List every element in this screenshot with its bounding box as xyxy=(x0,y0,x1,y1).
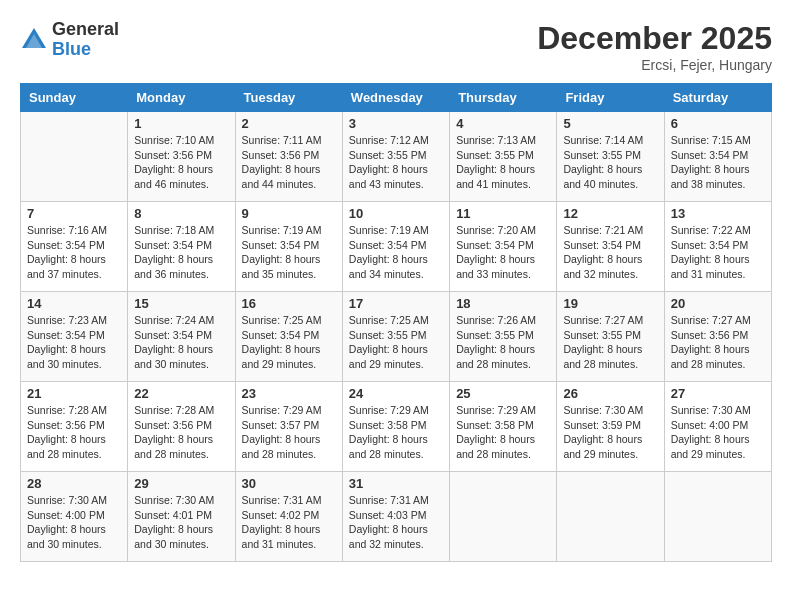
weekday-header: Thursday xyxy=(450,84,557,112)
day-info: Sunrise: 7:11 AM Sunset: 3:56 PM Dayligh… xyxy=(242,133,336,192)
day-info: Sunrise: 7:30 AM Sunset: 4:00 PM Dayligh… xyxy=(671,403,765,462)
calendar-cell: 21Sunrise: 7:28 AM Sunset: 3:56 PM Dayli… xyxy=(21,382,128,472)
day-number: 7 xyxy=(27,206,121,221)
day-number: 21 xyxy=(27,386,121,401)
day-number: 25 xyxy=(456,386,550,401)
weekday-header: Monday xyxy=(128,84,235,112)
day-number: 2 xyxy=(242,116,336,131)
calendar-cell: 25Sunrise: 7:29 AM Sunset: 3:58 PM Dayli… xyxy=(450,382,557,472)
calendar-week-row: 7Sunrise: 7:16 AM Sunset: 3:54 PM Daylig… xyxy=(21,202,772,292)
day-info: Sunrise: 7:19 AM Sunset: 3:54 PM Dayligh… xyxy=(349,223,443,282)
calendar-cell: 6Sunrise: 7:15 AM Sunset: 3:54 PM Daylig… xyxy=(664,112,771,202)
day-info: Sunrise: 7:25 AM Sunset: 3:54 PM Dayligh… xyxy=(242,313,336,372)
calendar-week-row: 21Sunrise: 7:28 AM Sunset: 3:56 PM Dayli… xyxy=(21,382,772,472)
calendar-cell: 5Sunrise: 7:14 AM Sunset: 3:55 PM Daylig… xyxy=(557,112,664,202)
logo-blue: Blue xyxy=(52,40,119,60)
day-info: Sunrise: 7:25 AM Sunset: 3:55 PM Dayligh… xyxy=(349,313,443,372)
day-info: Sunrise: 7:29 AM Sunset: 3:57 PM Dayligh… xyxy=(242,403,336,462)
weekday-header: Tuesday xyxy=(235,84,342,112)
calendar-cell: 2Sunrise: 7:11 AM Sunset: 3:56 PM Daylig… xyxy=(235,112,342,202)
day-info: Sunrise: 7:27 AM Sunset: 3:56 PM Dayligh… xyxy=(671,313,765,372)
calendar-cell: 29Sunrise: 7:30 AM Sunset: 4:01 PM Dayli… xyxy=(128,472,235,562)
day-info: Sunrise: 7:29 AM Sunset: 3:58 PM Dayligh… xyxy=(456,403,550,462)
calendar-cell: 13Sunrise: 7:22 AM Sunset: 3:54 PM Dayli… xyxy=(664,202,771,292)
calendar-cell: 3Sunrise: 7:12 AM Sunset: 3:55 PM Daylig… xyxy=(342,112,449,202)
day-info: Sunrise: 7:23 AM Sunset: 3:54 PM Dayligh… xyxy=(27,313,121,372)
calendar-cell: 27Sunrise: 7:30 AM Sunset: 4:00 PM Dayli… xyxy=(664,382,771,472)
calendar-cell xyxy=(21,112,128,202)
day-number: 12 xyxy=(563,206,657,221)
calendar-cell: 12Sunrise: 7:21 AM Sunset: 3:54 PM Dayli… xyxy=(557,202,664,292)
title-block: December 2025 Ercsi, Fejer, Hungary xyxy=(537,20,772,73)
calendar-cell: 7Sunrise: 7:16 AM Sunset: 3:54 PM Daylig… xyxy=(21,202,128,292)
day-info: Sunrise: 7:16 AM Sunset: 3:54 PM Dayligh… xyxy=(27,223,121,282)
day-number: 11 xyxy=(456,206,550,221)
day-number: 16 xyxy=(242,296,336,311)
calendar-cell: 16Sunrise: 7:25 AM Sunset: 3:54 PM Dayli… xyxy=(235,292,342,382)
weekday-header: Saturday xyxy=(664,84,771,112)
calendar-cell: 30Sunrise: 7:31 AM Sunset: 4:02 PM Dayli… xyxy=(235,472,342,562)
logo-general: General xyxy=(52,20,119,40)
day-number: 18 xyxy=(456,296,550,311)
calendar-week-row: 14Sunrise: 7:23 AM Sunset: 3:54 PM Dayli… xyxy=(21,292,772,382)
day-info: Sunrise: 7:13 AM Sunset: 3:55 PM Dayligh… xyxy=(456,133,550,192)
day-info: Sunrise: 7:12 AM Sunset: 3:55 PM Dayligh… xyxy=(349,133,443,192)
calendar-cell xyxy=(557,472,664,562)
day-info: Sunrise: 7:21 AM Sunset: 3:54 PM Dayligh… xyxy=(563,223,657,282)
day-number: 17 xyxy=(349,296,443,311)
day-info: Sunrise: 7:22 AM Sunset: 3:54 PM Dayligh… xyxy=(671,223,765,282)
day-info: Sunrise: 7:18 AM Sunset: 3:54 PM Dayligh… xyxy=(134,223,228,282)
day-info: Sunrise: 7:26 AM Sunset: 3:55 PM Dayligh… xyxy=(456,313,550,372)
day-number: 26 xyxy=(563,386,657,401)
calendar-week-row: 1Sunrise: 7:10 AM Sunset: 3:56 PM Daylig… xyxy=(21,112,772,202)
day-info: Sunrise: 7:28 AM Sunset: 3:56 PM Dayligh… xyxy=(134,403,228,462)
calendar-cell: 11Sunrise: 7:20 AM Sunset: 3:54 PM Dayli… xyxy=(450,202,557,292)
calendar-cell: 14Sunrise: 7:23 AM Sunset: 3:54 PM Dayli… xyxy=(21,292,128,382)
month-title: December 2025 xyxy=(537,20,772,57)
calendar-cell: 9Sunrise: 7:19 AM Sunset: 3:54 PM Daylig… xyxy=(235,202,342,292)
calendar-cell: 28Sunrise: 7:30 AM Sunset: 4:00 PM Dayli… xyxy=(21,472,128,562)
calendar-cell: 19Sunrise: 7:27 AM Sunset: 3:55 PM Dayli… xyxy=(557,292,664,382)
day-number: 9 xyxy=(242,206,336,221)
day-number: 19 xyxy=(563,296,657,311)
day-number: 31 xyxy=(349,476,443,491)
day-info: Sunrise: 7:30 AM Sunset: 3:59 PM Dayligh… xyxy=(563,403,657,462)
page-header: General Blue December 2025 Ercsi, Fejer,… xyxy=(20,20,772,73)
day-info: Sunrise: 7:24 AM Sunset: 3:54 PM Dayligh… xyxy=(134,313,228,372)
day-number: 5 xyxy=(563,116,657,131)
weekday-header: Wednesday xyxy=(342,84,449,112)
day-info: Sunrise: 7:19 AM Sunset: 3:54 PM Dayligh… xyxy=(242,223,336,282)
day-number: 24 xyxy=(349,386,443,401)
calendar-header-row: SundayMondayTuesdayWednesdayThursdayFrid… xyxy=(21,84,772,112)
logo-text: General Blue xyxy=(52,20,119,60)
day-number: 20 xyxy=(671,296,765,311)
logo: General Blue xyxy=(20,20,119,60)
day-info: Sunrise: 7:31 AM Sunset: 4:02 PM Dayligh… xyxy=(242,493,336,552)
day-number: 27 xyxy=(671,386,765,401)
day-info: Sunrise: 7:30 AM Sunset: 4:01 PM Dayligh… xyxy=(134,493,228,552)
day-info: Sunrise: 7:15 AM Sunset: 3:54 PM Dayligh… xyxy=(671,133,765,192)
day-number: 28 xyxy=(27,476,121,491)
calendar-body: 1Sunrise: 7:10 AM Sunset: 3:56 PM Daylig… xyxy=(21,112,772,562)
calendar-cell xyxy=(664,472,771,562)
calendar-cell: 17Sunrise: 7:25 AM Sunset: 3:55 PM Dayli… xyxy=(342,292,449,382)
calendar-cell: 31Sunrise: 7:31 AM Sunset: 4:03 PM Dayli… xyxy=(342,472,449,562)
calendar-cell: 8Sunrise: 7:18 AM Sunset: 3:54 PM Daylig… xyxy=(128,202,235,292)
day-number: 4 xyxy=(456,116,550,131)
logo-icon xyxy=(20,26,48,54)
day-info: Sunrise: 7:29 AM Sunset: 3:58 PM Dayligh… xyxy=(349,403,443,462)
calendar-cell: 22Sunrise: 7:28 AM Sunset: 3:56 PM Dayli… xyxy=(128,382,235,472)
calendar-week-row: 28Sunrise: 7:30 AM Sunset: 4:00 PM Dayli… xyxy=(21,472,772,562)
calendar-cell: 4Sunrise: 7:13 AM Sunset: 3:55 PM Daylig… xyxy=(450,112,557,202)
day-number: 3 xyxy=(349,116,443,131)
location: Ercsi, Fejer, Hungary xyxy=(537,57,772,73)
day-number: 29 xyxy=(134,476,228,491)
calendar-cell: 20Sunrise: 7:27 AM Sunset: 3:56 PM Dayli… xyxy=(664,292,771,382)
day-number: 30 xyxy=(242,476,336,491)
day-number: 10 xyxy=(349,206,443,221)
day-info: Sunrise: 7:14 AM Sunset: 3:55 PM Dayligh… xyxy=(563,133,657,192)
day-number: 1 xyxy=(134,116,228,131)
weekday-header: Friday xyxy=(557,84,664,112)
day-number: 8 xyxy=(134,206,228,221)
calendar-cell: 24Sunrise: 7:29 AM Sunset: 3:58 PM Dayli… xyxy=(342,382,449,472)
